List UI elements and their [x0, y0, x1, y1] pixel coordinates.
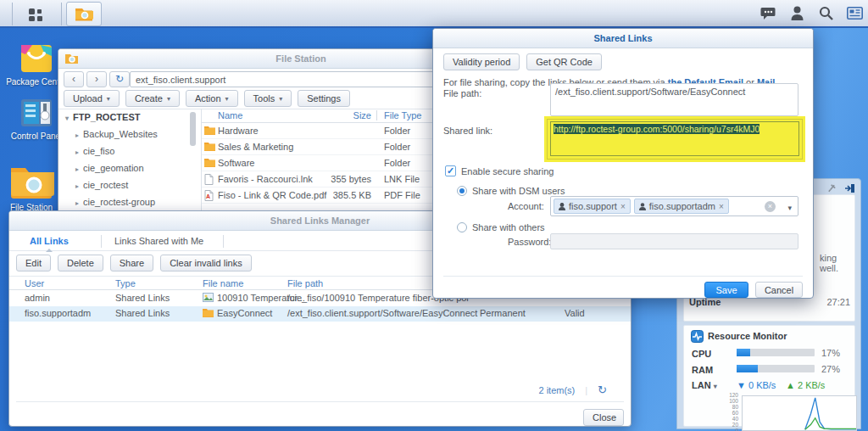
password-field[interactable]	[550, 233, 798, 249]
chevron-down-icon: ▾	[107, 95, 110, 103]
action-button[interactable]: Action▾	[186, 90, 238, 107]
tree-item-cie-fiso[interactable]: ▸cie_fiso	[64, 143, 198, 160]
column-header-type[interactable]: File Type	[384, 110, 421, 120]
share-with-dsm-users-radio[interactable]	[457, 186, 467, 196]
taskbar	[0, 0, 868, 28]
chevron-down-icon[interactable]: ▾	[787, 204, 792, 212]
main-menu-icon	[27, 6, 44, 23]
close-button[interactable]: Close	[583, 409, 624, 426]
control-panel-icon	[20, 98, 53, 127]
main-menu-button[interactable]	[17, 2, 54, 26]
cpu-bar-fill	[737, 349, 750, 356]
edit-button[interactable]: Edit	[16, 255, 51, 271]
column-header-file-name[interactable]: File name	[203, 278, 243, 288]
save-button[interactable]: Save	[704, 282, 748, 298]
user-icon[interactable]	[788, 5, 805, 22]
file-station-folder-icon	[8, 161, 54, 199]
cpu-bar	[737, 349, 815, 356]
cpu-label: CPU	[692, 349, 711, 359]
file-path-field[interactable]: /ext_fiso.client.support/Software/EasyCo…	[550, 83, 798, 116]
account-label: Account:	[508, 201, 544, 211]
table-row-selected[interactable]: fiso.supportadm Shared Links EasyConnect…	[9, 306, 631, 322]
item-count: 2 item(s)	[538, 385, 575, 395]
desktop-icon-file-station[interactable]: File Station	[0, 161, 63, 213]
account-combobox[interactable]: fiso.support× fiso.supportadm× × ▾	[550, 196, 798, 216]
forward-button[interactable]: ›	[86, 71, 107, 87]
back-button[interactable]: ‹	[64, 71, 84, 87]
refresh-icon[interactable]: ↻	[109, 71, 130, 87]
folder-icon	[203, 308, 214, 317]
lan-label[interactable]: LAN ▾	[692, 380, 717, 390]
folder-icon	[204, 142, 215, 151]
settings-button[interactable]: Settings	[298, 90, 350, 107]
enable-secure-sharing-checkbox[interactable]: ✓	[445, 165, 456, 176]
pdf-file-icon: A	[204, 190, 214, 201]
folder-icon	[204, 126, 215, 135]
package-center-icon	[20, 42, 53, 73]
svg-text:A: A	[206, 193, 210, 199]
validity-period-button[interactable]: Validity period	[443, 53, 520, 70]
tree-scrollbar[interactable]	[190, 112, 196, 146]
resource-monitor-title: Resource Monitor	[708, 331, 787, 341]
clear-selection-icon[interactable]: ×	[765, 201, 776, 212]
shared-links-dialog: Shared Links Validity period Get QR Code…	[432, 28, 814, 299]
chevron-right-icon: ▸	[75, 182, 79, 190]
cancel-button[interactable]: Cancel	[755, 282, 803, 298]
user-icon	[559, 203, 565, 210]
share-button[interactable]: Share	[110, 255, 153, 271]
resource-monitor-icon	[691, 330, 704, 343]
chevron-down-icon: ▾	[279, 95, 282, 103]
shared-link-url-selected[interactable]: http://ftp.roctest-group.com:5000/sharin…	[554, 124, 760, 134]
dialog-titlebar[interactable]: Shared Links	[433, 29, 813, 48]
pilot-view-icon[interactable]	[846, 5, 863, 22]
ram-bar-fill	[737, 365, 758, 372]
column-header-user[interactable]: User	[25, 278, 44, 288]
share-with-others-radio[interactable]	[457, 222, 467, 232]
down-arrow-icon: ▼	[737, 380, 746, 390]
column-header-name[interactable]: Name	[218, 110, 242, 120]
desktop: Package Center Control Panel File Statio…	[0, 0, 868, 431]
tree-item-cie-roctest-group[interactable]: ▸cie_roctest-group	[64, 193, 198, 210]
get-qr-code-button[interactable]: Get QR Code	[526, 53, 602, 70]
tools-button[interactable]: Tools▾	[244, 90, 292, 107]
column-header-file-path[interactable]: File path	[287, 278, 323, 288]
account-token: fiso.support×	[554, 199, 631, 214]
tree-item-backup-websites[interactable]: ▸Backup_Websites	[64, 126, 198, 143]
image-file-icon	[203, 293, 214, 302]
tab-links-shared-with-me[interactable]: Links Shared with Me	[103, 232, 215, 251]
lan-download: ▼ 0 KB/s	[737, 380, 776, 390]
search-icon[interactable]	[817, 5, 834, 22]
clear-invalid-links-button[interactable]: Clear invalid links	[160, 255, 252, 271]
pin-icon[interactable]	[826, 183, 837, 193]
column-header-type[interactable]: Type	[115, 278, 136, 288]
tree-item-cie-roctest[interactable]: ▸cie_roctest	[64, 176, 198, 193]
share-with-dsm-users-label: Share with DSM users	[472, 186, 565, 196]
chat-icon[interactable]	[760, 5, 776, 22]
window-title: Shared Links Manager	[270, 216, 370, 226]
shared-link-field-highlighted[interactable]: http://ftp.roctest-group.com:5000/sharin…	[547, 119, 803, 160]
tab-all-links[interactable]: All Links	[18, 232, 81, 251]
collapse-panel-icon[interactable]	[844, 183, 855, 193]
ram-percent: 27%	[821, 364, 840, 374]
up-arrow-icon: ▲	[786, 380, 795, 390]
remove-token-icon[interactable]: ×	[719, 202, 724, 211]
password-label: Password:	[508, 237, 551, 247]
column-header-size[interactable]: Size	[313, 110, 371, 120]
delete-button[interactable]: Delete	[58, 255, 103, 271]
share-with-others-label: Share with others	[472, 222, 545, 232]
chevron-down-icon: ▾	[167, 95, 170, 103]
chevron-down-icon: ▾	[225, 95, 229, 103]
account-token: fiso.supportadm×	[634, 199, 729, 214]
tree-item-cie-geomation[interactable]: ▸cie_geomation	[64, 160, 198, 176]
resource-monitor-card[interactable]: Resource Monitor CPU 17% RAM 27% LAN ▾ ▼…	[683, 325, 855, 427]
chevron-right-icon: ▸	[75, 165, 79, 173]
create-button[interactable]: Create▾	[125, 90, 180, 107]
uptime-value: 27:21	[826, 297, 850, 307]
upload-button[interactable]: Upload▾	[64, 90, 120, 107]
shared-link-label: Shared link:	[443, 126, 492, 136]
refresh-icon[interactable]: ↻	[598, 383, 607, 396]
remove-token-icon[interactable]: ×	[620, 202, 626, 211]
file-station-icon	[64, 53, 79, 64]
tree-root-ftp-roctest[interactable]: ▾FTP_ROCTEST	[64, 109, 198, 126]
taskbar-file-station-button[interactable]	[66, 2, 102, 26]
